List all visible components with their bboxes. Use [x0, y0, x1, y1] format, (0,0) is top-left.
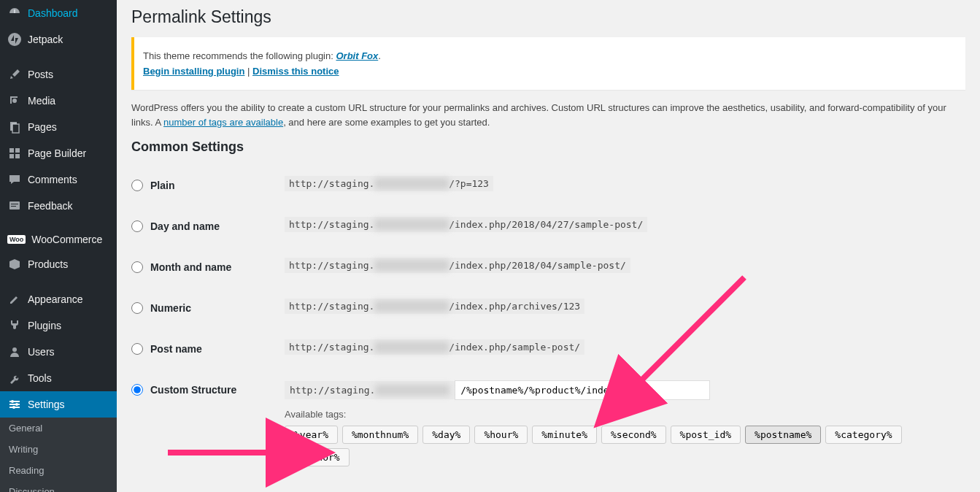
tag-post-id[interactable]: %post_id%: [671, 426, 741, 444]
svg-rect-9: [9, 201, 20, 210]
radio-month-name[interactable]: [131, 261, 143, 273]
tag-second[interactable]: %second%: [601, 426, 666, 444]
svg-rect-11: [11, 206, 16, 207]
sidebar-item-users[interactable]: Users: [0, 339, 117, 365]
products-icon: [7, 257, 22, 272]
plugin-notice: This theme recommends the following plug…: [131, 37, 965, 90]
url-example-day-name: http://staging.xxxxxxxxxxxxx/index.php/2…: [285, 217, 647, 232]
custom-prefix: http://staging.xxxxxxxxxxxxx: [285, 381, 455, 399]
sidebar-item-settings[interactable]: Settings: [0, 391, 117, 418]
sidebar-item-media[interactable]: Media: [0, 88, 117, 114]
tag-category[interactable]: %category%: [825, 426, 901, 444]
svg-rect-10: [11, 204, 18, 204]
sidebar-item-comments[interactable]: Comments: [0, 166, 117, 193]
dismiss-notice-link[interactable]: Dismiss this notice: [252, 66, 339, 77]
sidebar-item-plugins[interactable]: Plugins: [0, 312, 117, 339]
permalink-options-table: Plain http://staging.xxxxxxxxxxxxx/?p=12…: [131, 165, 965, 477]
sidebar-label: Media: [28, 95, 55, 107]
sidebar-sub-writing[interactable]: Writing: [0, 439, 117, 460]
tag-hour[interactable]: %hour%: [474, 426, 528, 444]
svg-rect-4: [12, 124, 19, 133]
tag-author[interactable]: %author%: [285, 448, 350, 466]
tag-postname[interactable]: %postname%: [745, 426, 821, 444]
sidebar-item-posts[interactable]: Posts: [0, 61, 117, 88]
option-day-name[interactable]: Day and name: [131, 220, 270, 232]
description-text: WordPress offers you the ability to crea…: [131, 101, 965, 129]
sidebar-sub-reading[interactable]: Reading: [0, 460, 117, 481]
tag-monthnum[interactable]: %monthnum%: [342, 426, 418, 444]
sidebar-label: Page Builder: [28, 147, 86, 159]
sidebar-label: Pages: [28, 121, 57, 133]
main-content: Permalink Settings This theme recommends…: [117, 0, 980, 492]
svg-point-17: [15, 403, 18, 406]
sidebar-sub-discussion[interactable]: Discussion: [0, 481, 117, 492]
appearance-icon: [7, 292, 22, 307]
sidebar-label: Products: [28, 258, 68, 270]
radio-custom[interactable]: [131, 384, 143, 396]
tags-row: %year% %monthnum% %day% %hour% %minute% …: [285, 426, 958, 466]
sidebar-item-page-builder[interactable]: Page Builder: [0, 140, 117, 166]
available-tags-label: Available tags:: [285, 409, 958, 420]
plugin-link[interactable]: Orbit Fox: [336, 50, 378, 61]
sidebar-label: Feedback: [28, 200, 72, 212]
tools-icon: [7, 371, 22, 385]
svg-point-2: [12, 99, 17, 103]
users-icon: [7, 345, 22, 359]
option-numeric[interactable]: Numeric: [131, 302, 270, 314]
tag-minute[interactable]: %minute%: [532, 426, 597, 444]
page-title: Permalink Settings: [131, 7, 965, 27]
svg-rect-5: [9, 148, 14, 153]
sidebar-item-jetpack[interactable]: Jetpack: [0, 26, 117, 53]
sidebar-label: Tools: [28, 372, 52, 384]
sidebar-label: Appearance: [28, 293, 83, 305]
dashboard-icon: [7, 6, 22, 20]
builder-icon: [7, 146, 22, 161]
sidebar-label: Jetpack: [28, 34, 63, 45]
svg-rect-0: [14, 9, 15, 13]
media-icon: [7, 93, 22, 108]
pages-icon: [7, 120, 22, 134]
woo-icon: Woo: [7, 235, 26, 244]
sidebar-sub-general[interactable]: General: [0, 418, 117, 439]
option-month-name[interactable]: Month and name: [131, 261, 270, 273]
radio-day-name[interactable]: [131, 220, 143, 232]
svg-rect-7: [9, 154, 14, 158]
custom-structure-input[interactable]: [455, 380, 710, 400]
pin-icon: [7, 67, 22, 82]
option-post-name[interactable]: Post name: [131, 343, 270, 355]
url-example-numeric: http://staging.xxxxxxxxxxxxx/index.php/a…: [285, 299, 584, 314]
sidebar-item-dashboard[interactable]: Dashboard: [0, 0, 117, 26]
tag-year[interactable]: %year%: [285, 426, 338, 444]
sidebar-item-tools[interactable]: Tools: [0, 365, 117, 391]
sidebar-label: Comments: [28, 174, 77, 185]
radio-post-name[interactable]: [131, 343, 143, 355]
svg-point-16: [11, 400, 14, 403]
sidebar-item-products[interactable]: Products: [0, 251, 117, 277]
jetpack-icon: [7, 32, 22, 47]
radio-numeric[interactable]: [131, 302, 143, 314]
sidebar-item-feedback[interactable]: Feedback: [0, 193, 117, 219]
option-custom[interactable]: Custom Structure: [131, 384, 270, 396]
svg-point-18: [12, 406, 15, 409]
sidebar-label: Dashboard: [28, 7, 78, 19]
url-example-plain: http://staging.xxxxxxxxxxxxx/?p=123: [285, 176, 493, 191]
tags-available-link[interactable]: number of tags are available: [163, 117, 283, 128]
sidebar-item-woocommerce[interactable]: WooWooCommerce: [0, 228, 117, 251]
sidebar-label: Posts: [28, 69, 53, 80]
radio-plain[interactable]: [131, 180, 143, 191]
admin-sidebar: Dashboard Jetpack Posts Media Pages Page…: [0, 0, 117, 492]
url-example-month-name: http://staging.xxxxxxxxxxxxx/index.php/2…: [285, 258, 630, 273]
settings-icon: [7, 397, 22, 412]
sidebar-item-appearance[interactable]: Appearance: [0, 286, 117, 312]
install-plugin-link[interactable]: Begin installing plugin: [143, 66, 244, 77]
url-example-post-name: http://staging.xxxxxxxxxxxxx/index.php/s…: [285, 339, 584, 355]
common-settings-heading: Common Settings: [131, 139, 965, 155]
sidebar-label: WooCommerce: [31, 234, 102, 245]
svg-rect-8: [15, 154, 20, 158]
plugins-icon: [7, 318, 22, 333]
sidebar-item-pages[interactable]: Pages: [0, 114, 117, 140]
tag-day[interactable]: %day%: [423, 426, 470, 444]
comments-icon: [7, 172, 22, 187]
option-plain[interactable]: Plain: [131, 180, 270, 191]
svg-rect-6: [15, 148, 20, 153]
